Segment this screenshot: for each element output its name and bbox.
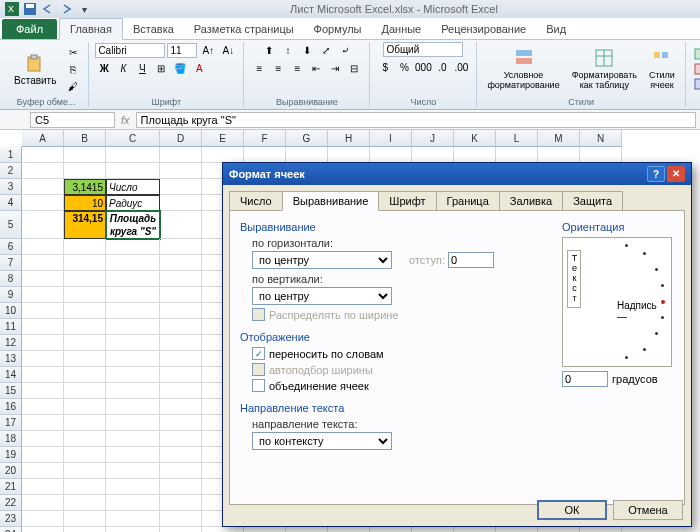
- cell-C20[interactable]: [106, 463, 160, 479]
- insert-cells-button[interactable]: Вставить: [692, 47, 700, 61]
- cell-D16[interactable]: [160, 399, 202, 415]
- help-icon[interactable]: ?: [647, 166, 665, 182]
- cell-M1[interactable]: [538, 147, 580, 163]
- wrap-text-icon[interactable]: ⤶: [336, 42, 354, 58]
- cell-M24[interactable]: [538, 527, 580, 532]
- cell-C12[interactable]: [106, 335, 160, 351]
- cell-D22[interactable]: [160, 495, 202, 511]
- cell-C21[interactable]: [106, 479, 160, 495]
- cell-D9[interactable]: [160, 287, 202, 303]
- cell-C17[interactable]: [106, 415, 160, 431]
- italic-icon[interactable]: К: [114, 60, 132, 76]
- cell-B22[interactable]: [64, 495, 106, 511]
- fill-color-icon[interactable]: 🪣: [171, 60, 189, 76]
- col-C[interactable]: C: [106, 130, 160, 147]
- cell-D20[interactable]: [160, 463, 202, 479]
- cell-B16[interactable]: [64, 399, 106, 415]
- cell-A8[interactable]: [22, 271, 64, 287]
- col-B[interactable]: B: [64, 130, 106, 147]
- cell-B13[interactable]: [64, 351, 106, 367]
- cell-styles-button[interactable]: Стили ячеек: [645, 46, 679, 92]
- align-right-icon[interactable]: ≡: [288, 60, 306, 76]
- underline-icon[interactable]: Ч: [133, 60, 151, 76]
- tab-insert[interactable]: Вставка: [123, 19, 184, 39]
- cell-C14[interactable]: [106, 367, 160, 383]
- cell-A10[interactable]: [22, 303, 64, 319]
- row-5[interactable]: 5: [0, 211, 22, 239]
- cell-D7[interactable]: [160, 255, 202, 271]
- cell-C3[interactable]: Число "пи": [106, 179, 160, 195]
- cell-A1[interactable]: [22, 147, 64, 163]
- cell-B17[interactable]: [64, 415, 106, 431]
- cell-D10[interactable]: [160, 303, 202, 319]
- row-13[interactable]: 13: [0, 351, 22, 367]
- row-15[interactable]: 15: [0, 383, 22, 399]
- dlg-tab-fill[interactable]: Заливка: [499, 191, 563, 210]
- cell-D13[interactable]: [160, 351, 202, 367]
- cell-D11[interactable]: [160, 319, 202, 335]
- cell-L24[interactable]: [496, 527, 538, 532]
- row-17[interactable]: 17: [0, 415, 22, 431]
- currency-icon[interactable]: $: [376, 59, 394, 75]
- cell-I1[interactable]: [370, 147, 412, 163]
- percent-icon[interactable]: %: [395, 59, 413, 75]
- row-10[interactable]: 10: [0, 303, 22, 319]
- bold-icon[interactable]: Ж: [95, 60, 113, 76]
- border-icon[interactable]: ⊞: [152, 60, 170, 76]
- cell-D14[interactable]: [160, 367, 202, 383]
- cell-B3[interactable]: 3,1415: [64, 179, 106, 195]
- cancel-button[interactable]: Отмена: [613, 500, 683, 520]
- cell-C10[interactable]: [106, 303, 160, 319]
- align-center-icon[interactable]: ≡: [269, 60, 287, 76]
- cell-A9[interactable]: [22, 287, 64, 303]
- cell-A19[interactable]: [22, 447, 64, 463]
- row-18[interactable]: 18: [0, 431, 22, 447]
- cell-C2[interactable]: [106, 163, 160, 179]
- cell-F24[interactable]: [244, 527, 286, 532]
- row-4[interactable]: 4: [0, 195, 22, 211]
- copy-icon[interactable]: ⎘: [64, 61, 82, 77]
- indent-spinner[interactable]: [448, 252, 494, 268]
- cell-D15[interactable]: [160, 383, 202, 399]
- cell-C5[interactable]: Площадь круга "S": [106, 211, 160, 239]
- col-G[interactable]: G: [286, 130, 328, 147]
- cond-format-button[interactable]: Условное форматирование: [483, 46, 563, 92]
- row-2[interactable]: 2: [0, 163, 22, 179]
- cell-B19[interactable]: [64, 447, 106, 463]
- row-20[interactable]: 20: [0, 463, 22, 479]
- cell-A11[interactable]: [22, 319, 64, 335]
- cell-A7[interactable]: [22, 255, 64, 271]
- degrees-spinner[interactable]: [562, 371, 608, 387]
- row-16[interactable]: 16: [0, 399, 22, 415]
- row-1[interactable]: 1: [0, 147, 22, 163]
- cell-B9[interactable]: [64, 287, 106, 303]
- cell-D3[interactable]: [160, 179, 202, 195]
- cell-B4[interactable]: 10: [64, 195, 106, 211]
- orientation-dial[interactable]: Надпись —: [589, 242, 667, 362]
- tab-data[interactable]: Данные: [371, 19, 431, 39]
- tab-review[interactable]: Рецензирование: [431, 19, 536, 39]
- orientation-icon[interactable]: ⤢: [317, 42, 335, 58]
- col-E[interactable]: E: [202, 130, 244, 147]
- cell-C16[interactable]: [106, 399, 160, 415]
- fx-icon[interactable]: fx: [115, 114, 136, 126]
- cell-C19[interactable]: [106, 447, 160, 463]
- cell-C15[interactable]: [106, 383, 160, 399]
- cell-A20[interactable]: [22, 463, 64, 479]
- cell-N1[interactable]: [580, 147, 622, 163]
- row-11[interactable]: 11: [0, 319, 22, 335]
- format-table-button[interactable]: Форматировать как таблицу: [568, 46, 641, 92]
- excel-icon[interactable]: X: [4, 2, 20, 16]
- cell-D23[interactable]: [160, 511, 202, 527]
- file-tab[interactable]: Файл: [2, 19, 57, 39]
- cell-C18[interactable]: [106, 431, 160, 447]
- cell-C9[interactable]: [106, 287, 160, 303]
- h-align-select[interactable]: по центру: [252, 251, 392, 269]
- cell-E24[interactable]: [202, 527, 244, 532]
- dialog-titlebar[interactable]: Формат ячеек ? ✕: [223, 163, 691, 185]
- cell-A5[interactable]: [22, 211, 64, 239]
- cell-F1[interactable]: [244, 147, 286, 163]
- cell-C4[interactable]: Радиус "R": [106, 195, 160, 211]
- cell-A15[interactable]: [22, 383, 64, 399]
- col-F[interactable]: F: [244, 130, 286, 147]
